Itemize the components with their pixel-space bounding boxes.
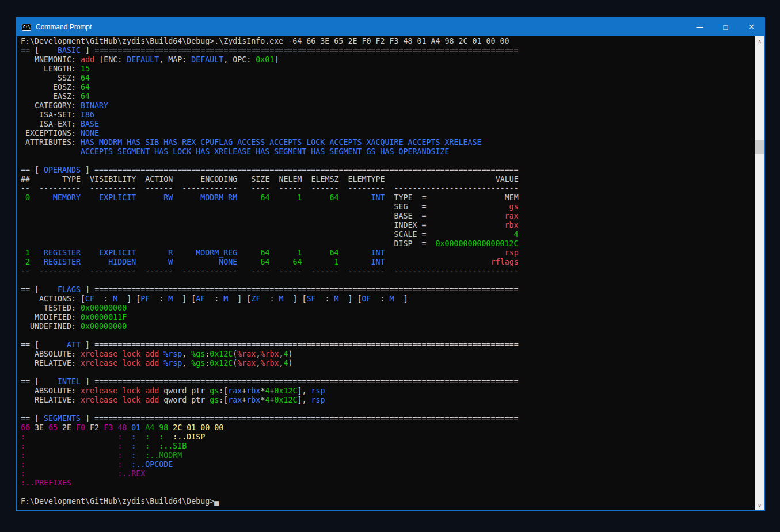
maximize-icon: □ bbox=[724, 23, 728, 32]
console-line: == [ INTEL ] ===========================… bbox=[21, 377, 755, 386]
console-line: DISP = 0x000000000000012C bbox=[21, 239, 755, 248]
console-line: UNDEFINED: 0x00000000 bbox=[21, 322, 755, 331]
console-line: 2 REGISTER HIDDEN W NONE 64 64 1 INT rfl… bbox=[21, 258, 755, 267]
console-line bbox=[21, 405, 755, 414]
vertical-scrollbar[interactable]: ∧ ∨ bbox=[755, 36, 764, 510]
console-line bbox=[21, 276, 755, 285]
console-line: RELATIVE: xrelease lock add %rsp, %gs:0x… bbox=[21, 359, 755, 368]
console-line: -- --------- ---------- ------ ---------… bbox=[21, 184, 755, 193]
console-line: ABSOLUTE: xrelease lock add qword ptr gs… bbox=[21, 386, 755, 396]
console-line: ACCEPTS_SEGMENT HAS_LOCK HAS_XRELEASE HA… bbox=[21, 147, 755, 156]
console-line: ## TYPE VISIBILITY ACTION ENCODING SIZE … bbox=[21, 175, 755, 184]
console-line: TESTED: 0x00000000 bbox=[21, 304, 755, 313]
console-line: : : : : :..SIB bbox=[21, 442, 755, 451]
console-line: == [ SEGMENTS ] ========================… bbox=[21, 414, 755, 423]
console-line: 0 MEMORY EXPLICIT RW MODRM_RM 64 1 64 IN… bbox=[21, 193, 755, 202]
console-line: -- --------- ---------- ------ ---------… bbox=[21, 267, 755, 276]
console-line: INDEX = rbx bbox=[21, 221, 755, 230]
console-line: CATEGORY: BINARY bbox=[21, 101, 755, 110]
console-line: == [ FLAGS ] ===========================… bbox=[21, 285, 755, 294]
window-title: Command Prompt bbox=[36, 23, 92, 31]
console-line: RELATIVE: xrelease lock add qword ptr gs… bbox=[21, 396, 755, 405]
console-line: : : : : : :..DISP bbox=[21, 433, 755, 442]
minimize-button[interactable]: — bbox=[687, 18, 713, 36]
scrollbar-thumb[interactable] bbox=[755, 140, 764, 154]
scroll-down-icon[interactable]: ∨ bbox=[755, 500, 764, 510]
command-prompt-window: C:\ Command Prompt — □ × F:\Development\… bbox=[16, 17, 765, 511]
console-line: EOSZ: 64 bbox=[21, 83, 755, 92]
close-icon: × bbox=[749, 22, 754, 32]
console-line: MODIFIED: 0x0000011F bbox=[21, 313, 755, 322]
scroll-up-icon[interactable]: ∧ bbox=[755, 36, 764, 46]
titlebar[interactable]: C:\ Command Prompt — □ × bbox=[17, 18, 764, 36]
console-line: EASZ: 64 bbox=[21, 92, 755, 101]
console-line: ACTIONS: [CF : M ] [PF : M ] [AF : M ] [… bbox=[21, 294, 755, 304]
console-line: MNEMONIC: add [ENC: DEFAULT, MAP: DEFAUL… bbox=[21, 55, 755, 64]
close-button[interactable]: × bbox=[739, 18, 764, 36]
console-line: : : : :..MODRM bbox=[21, 451, 755, 460]
console-line: ABSOLUTE: xrelease lock add %rsp, %gs:0x… bbox=[21, 350, 755, 359]
console-line bbox=[21, 368, 755, 377]
minimize-icon: — bbox=[697, 23, 703, 31]
console-line bbox=[21, 331, 755, 340]
maximize-button[interactable]: □ bbox=[713, 18, 739, 36]
console-line: == [ OPERANDS ] ========================… bbox=[21, 166, 755, 175]
console-line: F:\Development\GitHub\zydis\Build64\Debu… bbox=[21, 37, 755, 46]
console-line: EXCEPTIONS: NONE bbox=[21, 129, 755, 138]
console-line: F:\Development\GitHub\zydis\Build64\Debu… bbox=[21, 497, 755, 506]
desktop-background: C:\ Command Prompt — □ × F:\Development\… bbox=[0, 0, 780, 532]
console-line: ISA-SET: I86 bbox=[21, 110, 755, 120]
window-controls: — □ × bbox=[687, 18, 764, 36]
console-line: : :..REX bbox=[21, 469, 755, 479]
console-line: LENGTH: 15 bbox=[21, 64, 755, 74]
console-line: BASE = rax bbox=[21, 212, 755, 221]
cmd-icon: C:\ bbox=[22, 24, 31, 31]
console-line: SSZ: 64 bbox=[21, 74, 755, 83]
console-output[interactable]: F:\Development\GitHub\zydis\Build64\Debu… bbox=[17, 36, 755, 510]
console-line bbox=[21, 156, 755, 166]
console-line: 1 REGISTER EXPLICIT R MODRM_REG 64 1 64 … bbox=[21, 248, 755, 258]
console-line: SCALE = 4 bbox=[21, 230, 755, 239]
console-line: == [ ATT ] =============================… bbox=[21, 340, 755, 350]
console-line: ISA-EXT: BASE bbox=[21, 120, 755, 129]
console-line bbox=[21, 488, 755, 497]
cmd-icon-label: C:\ bbox=[23, 25, 31, 29]
console-line: 66 3E 65 2E F0 F2 F3 48 01 A4 98 2C 01 0… bbox=[21, 423, 755, 433]
console-line: : : :..OPCODE bbox=[21, 460, 755, 469]
console-line: ATTRIBUTES: HAS_MODRM HAS_SIB HAS_REX CP… bbox=[21, 138, 755, 147]
console-line: :..PREFIXES bbox=[21, 479, 755, 488]
console-line: == [ BASIC ] ===========================… bbox=[21, 46, 755, 55]
console-line: SEG = gs bbox=[21, 202, 755, 212]
